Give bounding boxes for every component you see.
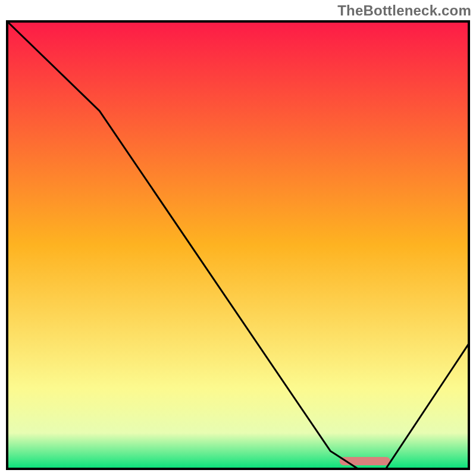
chart-container: TheBottleneck.com — [0, 0, 476, 476]
bottleneck-chart — [0, 0, 476, 476]
watermark-text: TheBottleneck.com — [337, 2, 471, 19]
plot-area — [7, 21, 469, 469]
